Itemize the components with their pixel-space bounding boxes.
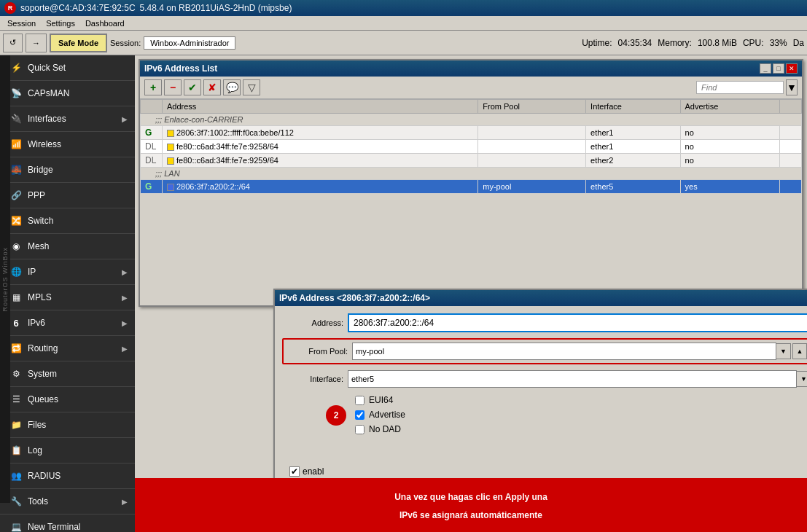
sidebar-label-new-terminal: New Terminal: [28, 522, 80, 532]
sidebar-item-queues[interactable]: ☰ Queues: [0, 387, 135, 412]
sidebar-item-log[interactable]: 📋 Log: [0, 438, 135, 463]
safe-mode-button[interactable]: Safe Mode: [50, 34, 107, 52]
system-icon: ⚙: [10, 368, 22, 380]
find-input[interactable]: [696, 81, 784, 94]
switch-icon: 🔀: [10, 215, 22, 227]
mpls-icon: ▦: [10, 292, 22, 303]
sidebar-item-mpls[interactable]: ▦ MPLS ▶: [0, 285, 135, 310]
bridge-icon: 🌉: [10, 164, 22, 176]
row-interface-1: ether1: [586, 126, 680, 140]
col-interface[interactable]: Interface: [586, 100, 680, 114]
address-input[interactable]: [348, 313, 807, 332]
disable-button[interactable]: ✘: [203, 79, 221, 95]
ipv6-list-close[interactable]: ✕: [786, 63, 798, 74]
quick-set-icon: ⚡: [10, 62, 22, 74]
sidebar-item-ppp[interactable]: 🔗 PPP: [0, 183, 135, 208]
row-advertise-4: yes: [680, 180, 779, 194]
toolbar: ↺ → Safe Mode Session: Winbox-Administra…: [0, 31, 807, 55]
queues-icon: ☰: [10, 394, 22, 405]
sidebar-label-routing: Routing: [28, 343, 58, 353]
remove-button[interactable]: −: [164, 79, 182, 95]
sidebar-label-files: Files: [28, 420, 46, 430]
row-address-1: 2806:3f7:1002::ffff:f0ca:bebe/112: [163, 126, 478, 140]
no-dad-row: No DAD: [282, 424, 807, 434]
row-advertise-2: no: [680, 140, 779, 154]
row-extra-2: [780, 140, 802, 154]
add-button[interactable]: +: [144, 79, 162, 95]
sidebar-item-switch[interactable]: 🔀 Switch: [0, 208, 135, 234]
enable-label: enabl: [303, 466, 324, 477]
col-flag[interactable]: [141, 100, 163, 114]
sidebar-label-system: System: [28, 369, 57, 379]
tools-icon: 🔧: [10, 496, 22, 507]
sidebar-item-tools[interactable]: 🔧 Tools ▶: [0, 489, 135, 515]
eui64-checkbox[interactable]: [355, 396, 364, 405]
sidebar-item-ipv6[interactable]: 6 IPv6 ▶: [0, 310, 135, 336]
forward-button[interactable]: →: [26, 34, 47, 52]
wireless-icon: 📶: [10, 138, 22, 150]
from-pool-dropdown[interactable]: ▼: [776, 343, 791, 359]
ipv6-list-maximize[interactable]: □: [773, 63, 784, 74]
sidebar-item-routing[interactable]: 🔁 Routing ▶: [0, 336, 135, 361]
tools-arrow: ▶: [122, 498, 128, 506]
sidebar-item-mesh[interactable]: ◉ Mesh: [0, 234, 135, 259]
sidebar-item-ip[interactable]: 🌐 IP ▶: [0, 259, 135, 285]
from-pool-up-arrow[interactable]: ▲: [792, 343, 807, 359]
back-button[interactable]: ↺: [3, 34, 23, 52]
address-label: Address:: [282, 318, 348, 327]
table-row[interactable]: DL fe80::c6ad:34ff:fe7e:9259/64 ether2 n…: [141, 154, 802, 168]
ipv6-list-title-bar: IPv6 Address List _ □ ✕: [140, 60, 802, 77]
sidebar-label-log: Log: [28, 445, 42, 455]
row-address-2: fe80::c6ad:34ff:fe7e:9258/64: [163, 140, 478, 154]
col-address[interactable]: Address: [163, 100, 478, 114]
sidebar-item-quick-set[interactable]: ⚡ Quick Set: [0, 55, 135, 81]
sidebar-item-capsman[interactable]: 📡 CAPsMAN: [0, 81, 135, 106]
enable-check: ✔: [289, 466, 300, 477]
from-pool-value[interactable]: my-pool: [352, 343, 776, 360]
dialog-title: IPv6 Address <2806:3f7:a200:2::/64>: [279, 293, 430, 303]
sidebar-item-wireless[interactable]: 📶 Wireless: [0, 132, 135, 157]
uptime-label: Uptime:: [582, 38, 612, 48]
interface-value[interactable]: ether5: [348, 370, 797, 388]
col-extra[interactable]: [780, 100, 802, 114]
advertise-checkbox[interactable]: [355, 410, 364, 420]
sidebar-item-radius[interactable]: 👥 RADIUS: [0, 463, 135, 489]
sidebar-item-interfaces[interactable]: 🔌 Interfaces ▶: [0, 106, 135, 132]
col-from-pool[interactable]: From Pool: [478, 100, 586, 114]
filter-button[interactable]: ▽: [243, 79, 260, 95]
table-row-selected[interactable]: G 2806:3f7:a200:2::/64 my-pool ether5 ye…: [141, 180, 802, 194]
no-dad-checkbox[interactable]: [355, 425, 364, 434]
new-terminal-icon: 💻: [10, 521, 22, 532]
interface-label: Interface:: [282, 375, 348, 383]
col-advertise[interactable]: Advertise: [680, 100, 779, 114]
menu-settings[interactable]: Settings: [42, 18, 79, 28]
sidebar-item-new-terminal[interactable]: 💻 New Terminal: [0, 515, 135, 532]
ipv6-list-minimize[interactable]: _: [760, 63, 771, 74]
sidebar-item-system[interactable]: ⚙ System: [0, 361, 135, 387]
routeros-brand: RouterOS WinBox: [0, 55, 10, 503]
interfaces-arrow: ▶: [122, 115, 128, 123]
menu-dashboard[interactable]: Dashboard: [81, 18, 129, 28]
comment-button[interactable]: 💬: [223, 79, 241, 95]
table-row[interactable]: DL fe80::c6ad:34ff:fe7e:9258/64 ether1 n…: [141, 140, 802, 154]
memory-value: 100.8 MiB: [698, 38, 737, 48]
uptime-value: 04:35:34: [618, 38, 652, 48]
session-value: Winbox-Administrador: [144, 36, 235, 50]
sidebar-item-files[interactable]: 📁 Files: [0, 412, 135, 438]
row-from-pool-3: [478, 154, 586, 168]
sidebar-label-ipv6: IPv6: [28, 318, 45, 328]
sidebar-label-ppp: PPP: [28, 190, 45, 200]
menu-session[interactable]: Session: [3, 18, 40, 28]
row-interface-3: ether2: [586, 154, 680, 168]
row-advertise-3: no: [680, 154, 779, 168]
ip-icon: 🌐: [10, 266, 22, 278]
sidebar-label-bridge: Bridge: [28, 165, 53, 175]
banner-line1: Una vez que hagas clic en Apply una: [394, 492, 547, 502]
find-dropdown[interactable]: ▼: [786, 79, 798, 95]
ip-arrow: ▶: [122, 268, 128, 276]
enable-button[interactable]: ✔: [184, 79, 201, 95]
table-row[interactable]: G 2806:3f7:1002::ffff:f0ca:bebe/112 ethe…: [141, 126, 802, 140]
interface-dropdown[interactable]: ▼: [797, 371, 807, 387]
dialog-title-bar: IPv6 Address <2806:3f7:a200:2::/64> _ ✕: [275, 290, 807, 306]
sidebar-item-bridge[interactable]: 🌉 Bridge: [0, 157, 135, 183]
